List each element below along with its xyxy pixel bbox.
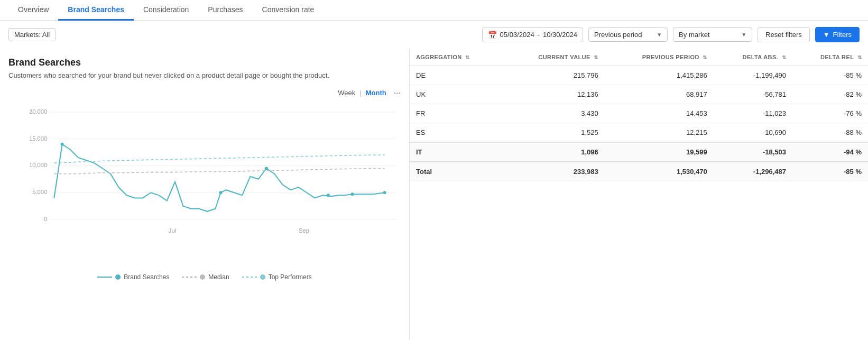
cell-total-current: 233,983 (503, 162, 605, 181)
period-dropdown[interactable]: Previous period ▼ (588, 27, 668, 42)
view-separator: | (359, 89, 361, 97)
table-header-row: AGGREGATION ⇅ CURRENT VALUE ⇅ PREVIOUS P… (410, 49, 868, 66)
legend-label-top: Top Performers (269, 273, 312, 281)
sort-icon: ⇅ (594, 54, 598, 60)
brand-searches-line (54, 144, 384, 212)
col-header-delta-abs[interactable]: DELTA ABS. ⇅ (714, 49, 792, 66)
tab-conversion-rate[interactable]: Conversion rate (253, 0, 324, 21)
cell-previous-period: 14,453 (605, 104, 714, 123)
main-content: Brand Searches Customers who searched fo… (0, 49, 868, 340)
svg-text:Sep: Sep (299, 227, 309, 234)
cell-previous-period: 19,599 (605, 142, 714, 162)
cell-current-value: 215,796 (503, 66, 605, 85)
table-row: UK 12,136 68,917 -56,781 -82 % (410, 85, 868, 104)
tab-purchases[interactable]: Purchases (198, 0, 252, 21)
filter-icon: ▼ (823, 31, 830, 39)
table-total-row: Total 233,983 1,530,470 -1,296,487 -85 % (410, 162, 868, 181)
cell-previous-period: 12,215 (605, 123, 714, 143)
filters-button[interactable]: ▼ Filters (815, 27, 860, 42)
legend-dot-brand (115, 274, 121, 280)
chart-controls: Week | Month ··· (8, 88, 401, 98)
legend-line-brand (97, 277, 112, 278)
chart-area: 20,000 15,000 10,000 5,000 0 Jul Sep (8, 100, 401, 269)
cell-current-value: 3,430 (503, 104, 605, 123)
cell-aggregation: UK (410, 85, 503, 104)
col-header-delta-rel[interactable]: DELTA REL ⇅ (792, 49, 868, 66)
date-range-picker[interactable]: 📅 05/03/2024 - 10/30/2024 (482, 27, 584, 42)
week-view-button[interactable]: Week (335, 88, 358, 98)
section-description: Customers who searched for your brand bu… (8, 71, 401, 79)
chevron-down-icon: ▼ (741, 32, 746, 38)
cell-delta-rel: -85 % (792, 66, 868, 85)
legend-line-median (182, 277, 197, 278)
legend-median: Median (182, 273, 229, 281)
cell-current-value: 12,136 (503, 85, 605, 104)
chart-options-button[interactable]: ··· (394, 88, 401, 98)
date-separator: - (538, 31, 540, 39)
cell-aggregation: IT (410, 142, 503, 162)
cell-delta-rel: -94 % (792, 142, 868, 162)
month-view-button[interactable]: Month (363, 88, 390, 98)
tab-consideration[interactable]: Consideration (134, 0, 198, 21)
chart-svg: 20,000 15,000 10,000 5,000 0 Jul Sep (8, 100, 401, 269)
col-header-current-value[interactable]: CURRENT VALUE ⇅ (503, 49, 605, 66)
chart-legend: Brand Searches Median Top Performers (8, 273, 401, 281)
cell-aggregation: FR (410, 104, 503, 123)
svg-point-17 (383, 191, 386, 194)
cell-delta-rel: -82 % (792, 85, 868, 104)
cell-aggregation: DE (410, 66, 503, 85)
tab-overview[interactable]: Overview (8, 0, 58, 21)
svg-point-16 (350, 192, 354, 196)
svg-text:5,000: 5,000 (32, 189, 47, 195)
table-row: IT 1,096 19,599 -18,503 -94 % (410, 142, 868, 162)
col-header-aggregation[interactable]: AGGREGATION ⇅ (410, 49, 503, 66)
sort-icon: ⇅ (703, 54, 707, 60)
table-row: ES 1,525 12,215 -10,690 -88 % (410, 123, 868, 143)
cell-delta-abs: -18,503 (714, 142, 792, 162)
svg-point-14 (219, 191, 222, 194)
cell-total-delta-rel: -85 % (792, 162, 868, 181)
cell-delta-abs: -10,690 (714, 123, 792, 143)
cell-current-value: 1,096 (503, 142, 605, 162)
cell-previous-period: 1,415,286 (605, 66, 714, 85)
cell-delta-rel: -88 % (792, 123, 868, 143)
legend-dot-median (200, 274, 205, 280)
cell-total-delta-abs: -1,296,487 (714, 162, 792, 181)
cell-delta-abs: -11,023 (714, 104, 792, 123)
cell-delta-abs: -1,199,490 (714, 66, 792, 85)
sort-icon: ⇅ (857, 54, 862, 60)
right-panel: AGGREGATION ⇅ CURRENT VALUE ⇅ PREVIOUS P… (410, 49, 868, 340)
legend-dot-top (260, 274, 265, 280)
markets-filter-badge[interactable]: Markets: All (8, 28, 56, 41)
market-dropdown[interactable]: By market ▼ (673, 27, 752, 42)
svg-text:Jul: Jul (169, 227, 176, 234)
chevron-down-icon: ▼ (657, 32, 662, 38)
cell-previous-period: 68,917 (605, 85, 714, 104)
legend-brand-searches: Brand Searches (97, 273, 169, 281)
filters-label: Filters (833, 31, 852, 39)
nav-tabs: Overview Brand Searches Consideration Pu… (0, 0, 868, 21)
cell-delta-rel: -76 % (792, 104, 868, 123)
sort-icon: ⇅ (465, 54, 469, 60)
period-label: Previous period (594, 31, 642, 39)
section-title: Brand Searches (8, 57, 401, 68)
svg-text:0: 0 (44, 216, 47, 222)
tab-brand-searches[interactable]: Brand Searches (58, 0, 134, 21)
table-row: FR 3,430 14,453 -11,023 -76 % (410, 104, 868, 123)
legend-label-brand: Brand Searches (124, 273, 169, 281)
cell-current-value: 1,525 (503, 123, 605, 143)
toolbar: Markets: All 📅 05/03/2024 - 10/30/2024 P… (0, 21, 868, 49)
legend-top-performers: Top Performers (242, 273, 312, 281)
table-row: DE 215,796 1,415,286 -1,199,490 -85 % (410, 66, 868, 85)
date-to: 10/30/2024 (543, 31, 577, 39)
svg-text:15,000: 15,000 (29, 135, 47, 142)
market-label: By market (679, 31, 710, 39)
svg-point-12 (61, 143, 64, 146)
cell-total-previous: 1,530,470 (605, 162, 714, 181)
legend-label-median: Median (208, 273, 229, 281)
top-performers-line (54, 155, 384, 163)
reset-filters-button[interactable]: Reset filters (758, 27, 810, 42)
col-header-previous-period[interactable]: PREVIOUS PERIOD ⇅ (605, 49, 714, 66)
svg-point-13 (265, 167, 268, 170)
left-panel: Brand Searches Customers who searched fo… (0, 49, 410, 340)
